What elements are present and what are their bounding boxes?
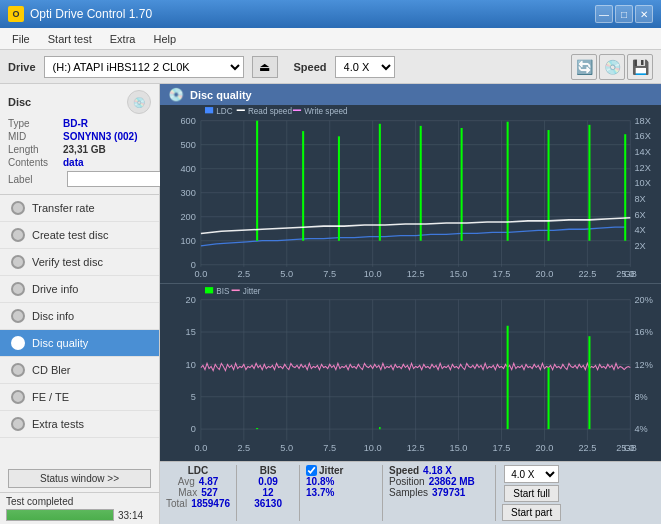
sidebar-item-verify-test-disc[interactable]: Verify test disc: [0, 249, 159, 276]
svg-text:8X: 8X: [634, 194, 645, 204]
divider4: [495, 465, 496, 521]
svg-text:12.5: 12.5: [407, 269, 425, 279]
disc-label-row: Label 🔍: [8, 170, 151, 188]
drive-info-icon: [10, 281, 26, 297]
drive-info-label: Drive info: [32, 283, 78, 295]
svg-text:Write speed: Write speed: [304, 107, 348, 116]
svg-text:12%: 12%: [634, 359, 652, 369]
maximize-button[interactable]: □: [615, 5, 633, 23]
panel-header: 💿 Disc quality: [160, 84, 661, 105]
avg-label: Avg: [178, 476, 195, 487]
disc-section: Disc 💿 Type BD-R MID SONYNN3 (002) Lengt…: [0, 84, 159, 195]
sidebar-item-extra-tests[interactable]: Extra tests: [0, 411, 159, 438]
svg-text:500: 500: [180, 140, 195, 150]
disc-type-row: Type BD-R: [8, 118, 151, 129]
svg-text:2.5: 2.5: [237, 269, 250, 279]
svg-text:7.5: 7.5: [323, 269, 336, 279]
ldc-stats: LDC Avg 4.87 Max 527 Total 1859476: [166, 465, 230, 521]
speed-action-select[interactable]: 4.0 X: [504, 465, 559, 483]
divider2: [299, 465, 300, 521]
disc-contents-value: data: [63, 157, 84, 168]
minimize-button[interactable]: —: [595, 5, 613, 23]
app-title: Opti Drive Control 1.70: [30, 7, 152, 21]
eject-button[interactable]: ⏏: [252, 56, 278, 78]
svg-text:4X: 4X: [634, 225, 645, 235]
titlebar-buttons: — □ ✕: [595, 5, 653, 23]
svg-text:16%: 16%: [634, 327, 652, 337]
disc-type-label: Type: [8, 118, 63, 129]
cd-bler-icon: [10, 362, 26, 378]
jitter-checkbox[interactable]: [306, 465, 317, 476]
disc-contents-label: Contents: [8, 157, 63, 168]
speed-header: Speed: [389, 465, 419, 476]
sidebar-item-disc-quality[interactable]: Disc quality: [0, 330, 159, 357]
svg-text:7.5: 7.5: [323, 442, 336, 452]
svg-text:20.0: 20.0: [535, 442, 553, 452]
speed-label: Speed: [294, 61, 327, 73]
jitter-avg: 10.8%: [306, 476, 334, 487]
svg-text:20%: 20%: [634, 294, 652, 304]
disc-mid-row: MID SONYNN3 (002): [8, 131, 151, 142]
charts-container: 600 500 400 300 200 100 0 18X 16X 14X 12…: [160, 105, 661, 461]
svg-text:10X: 10X: [634, 178, 650, 188]
disc-info-icon: [10, 308, 26, 324]
svg-rect-57: [205, 107, 213, 113]
start-part-button[interactable]: Start part: [502, 504, 561, 521]
panel-title: Disc quality: [190, 89, 252, 101]
divider3: [382, 465, 383, 521]
divider1: [236, 465, 237, 521]
content-panel: 💿 Disc quality: [160, 84, 661, 524]
svg-text:16X: 16X: [634, 131, 650, 141]
menu-file[interactable]: File: [4, 31, 38, 47]
sidebar-item-cd-bler[interactable]: CD Bler: [0, 357, 159, 384]
save-button[interactable]: 💾: [627, 54, 653, 80]
svg-text:Read speed: Read speed: [248, 107, 292, 116]
start-full-button[interactable]: Start full: [504, 485, 559, 502]
status-window-button[interactable]: Status window >>: [8, 469, 151, 488]
speed-select[interactable]: 4.0 X: [335, 56, 395, 78]
svg-text:12.5: 12.5: [407, 442, 425, 452]
svg-text:2X: 2X: [634, 241, 645, 251]
drive-select[interactable]: (H:) ATAPI iHBS112 2 CL0K: [44, 56, 244, 78]
menu-help[interactable]: Help: [145, 31, 184, 47]
extra-tests-icon: [10, 416, 26, 432]
svg-text:22.5: 22.5: [578, 442, 596, 452]
progress-time: 33:14: [118, 510, 153, 521]
svg-text:20: 20: [186, 294, 196, 304]
svg-text:2.5: 2.5: [237, 442, 250, 452]
create-test-disc-label: Create test disc: [32, 229, 108, 241]
close-button[interactable]: ✕: [635, 5, 653, 23]
sidebar-item-create-test-disc[interactable]: Create test disc: [0, 222, 159, 249]
chart-bottom: 20 15 10 5 0 20% 16% 12% 8% 4% 0.0 2.5 5…: [160, 284, 661, 462]
main-layout: Disc 💿 Type BD-R MID SONYNN3 (002) Lengt…: [0, 84, 661, 524]
cd-bler-label: CD Bler: [32, 364, 71, 376]
titlebar: O Opti Drive Control 1.70 — □ ✕: [0, 0, 661, 28]
svg-rect-63: [160, 284, 661, 462]
toolbar-icons: 🔄 💿 💾: [571, 54, 653, 80]
sidebar-item-disc-info[interactable]: Disc info: [0, 303, 159, 330]
svg-rect-107: [205, 287, 213, 293]
svg-text:5.0: 5.0: [280, 442, 293, 452]
menu-extra[interactable]: Extra: [102, 31, 144, 47]
svg-text:200: 200: [180, 212, 195, 222]
disc-label-label: Label: [8, 174, 63, 185]
chart-bottom-svg: 20 15 10 5 0 20% 16% 12% 8% 4% 0.0 2.5 5…: [160, 284, 661, 462]
disc-header: Disc 💿: [8, 90, 151, 114]
sidebar-item-drive-info[interactable]: Drive info: [0, 276, 159, 303]
ldc-avg: 4.87: [199, 476, 218, 487]
bis-header: BIS: [260, 465, 277, 476]
svg-text:4%: 4%: [634, 424, 647, 434]
drivebar: Drive (H:) ATAPI iHBS112 2 CL0K ⏏ Speed …: [0, 50, 661, 84]
disc-button[interactable]: 💿: [599, 54, 625, 80]
transfer-rate-icon: [10, 200, 26, 216]
refresh-button[interactable]: 🔄: [571, 54, 597, 80]
svg-text:17.5: 17.5: [493, 442, 511, 452]
samples-val: 379731: [432, 487, 465, 498]
menu-start-test[interactable]: Start test: [40, 31, 100, 47]
disc-quality-label: Disc quality: [32, 337, 88, 349]
sidebar-item-transfer-rate[interactable]: Transfer rate: [0, 195, 159, 222]
jitter-stats: Jitter 10.8% 13.7%: [306, 465, 376, 521]
sidebar-item-fe-te[interactable]: FE / TE: [0, 384, 159, 411]
sidebar: Disc 💿 Type BD-R MID SONYNN3 (002) Lengt…: [0, 84, 160, 524]
svg-text:18X: 18X: [634, 116, 650, 126]
